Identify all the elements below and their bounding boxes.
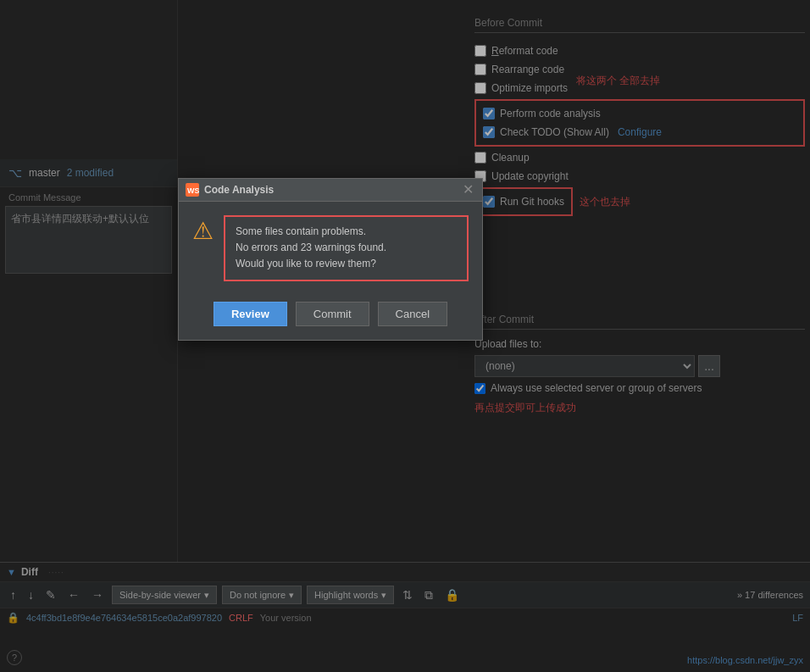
dialog-line3: Would you like to review them? (236, 258, 376, 269)
cancel-button[interactable]: Cancel (378, 302, 447, 326)
dialog-message-box: Some files contain problems. No errors a… (224, 215, 469, 281)
dialog-app-icon: WS (186, 183, 199, 197)
dialog-line1: Some files contain problems. (236, 225, 366, 237)
dialog-close-button[interactable]: ✕ (461, 183, 475, 197)
dialog-titlebar: WS Code Analysis ✕ (179, 179, 482, 202)
dialog-body: ⚠ Some files contain problems. No errors… (179, 202, 482, 295)
dialog-title-left: WS Code Analysis (186, 183, 274, 197)
dialog-title-text: Code Analysis (204, 184, 274, 196)
dialog-footer: Review Commit Cancel (179, 295, 482, 340)
warning-icon: ⚠ (192, 217, 214, 245)
commit-button[interactable]: Commit (296, 302, 369, 326)
review-button[interactable]: Review (214, 302, 287, 326)
svg-text:WS: WS (187, 186, 199, 195)
dialog-line2: No errors and 23 warnings found. (236, 242, 386, 253)
dialog-message: Some files contain problems. No errors a… (236, 224, 457, 273)
code-analysis-dialog: WS Code Analysis ✕ ⚠ Some files contain … (178, 178, 483, 341)
